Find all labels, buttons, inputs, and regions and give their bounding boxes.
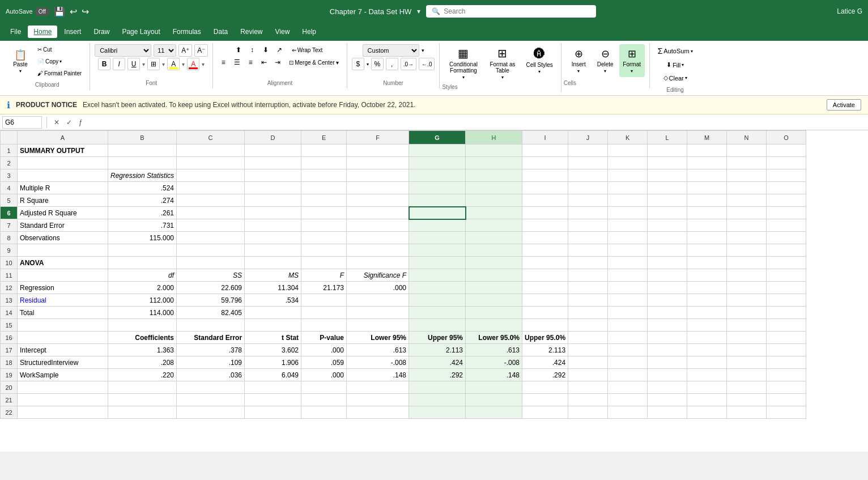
cancel-formula-button[interactable]: ✕ <box>52 117 62 128</box>
row-header-18[interactable]: 18 <box>1 356 18 369</box>
cell-H2[interactable] <box>466 157 522 169</box>
borders-dropdown[interactable]: ▾ <box>162 61 165 67</box>
cell-O19[interactable] <box>767 369 806 381</box>
decrease-font-btn[interactable]: A⁻ <box>194 44 208 57</box>
formula-input[interactable] <box>87 118 866 126</box>
font-size-select[interactable]: 11 10 12 14 <box>154 44 176 57</box>
cut-button[interactable]: ✂ Cut <box>34 44 85 55</box>
cell-B18[interactable]: .208 <box>108 356 177 369</box>
cell-O3[interactable] <box>767 169 806 182</box>
cell-N7[interactable] <box>727 219 767 232</box>
cell-I16[interactable]: Upper 95.0% <box>522 332 568 344</box>
cell-N22[interactable] <box>727 406 767 419</box>
cell-N6[interactable] <box>727 207 767 219</box>
cell-G11[interactable] <box>409 269 466 282</box>
cell-A10[interactable]: ANOVA <box>18 257 108 269</box>
cell-H12[interactable] <box>466 282 522 294</box>
cell-B7[interactable]: .731 <box>108 219 177 232</box>
menu-item-home[interactable]: Home <box>28 26 57 38</box>
fill-button[interactable]: ⬇ Fill ▾ <box>663 59 687 71</box>
fill-color-button[interactable]: A <box>167 58 180 70</box>
cell-G6[interactable] <box>409 207 466 219</box>
currency-button[interactable]: $ <box>352 58 364 70</box>
cell-O9[interactable] <box>767 244 806 257</box>
cell-I6[interactable] <box>522 207 568 219</box>
cell-A7[interactable]: Standard Error <box>18 219 108 232</box>
cell-J15[interactable] <box>568 319 608 332</box>
clear-button[interactable]: ◇ Clear ▾ <box>660 72 691 84</box>
cell-A3[interactable] <box>18 169 108 182</box>
cell-F12[interactable]: .000 <box>347 282 409 294</box>
cell-G16[interactable]: Upper 95% <box>409 332 466 344</box>
cell-I13[interactable] <box>522 294 568 307</box>
cell-O6[interactable] <box>767 207 806 219</box>
col-header-H[interactable]: H <box>466 131 522 145</box>
cell-C19[interactable]: .036 <box>177 369 245 381</box>
cell-N13[interactable] <box>727 294 767 307</box>
cell-H16[interactable]: Lower 95.0% <box>466 332 522 344</box>
cell-E17[interactable]: .000 <box>301 344 347 356</box>
cell-L11[interactable] <box>648 269 687 282</box>
insert-button[interactable]: ⊕ Insert ▾ <box>566 44 592 77</box>
cell-A19[interactable]: WorkSample <box>18 369 108 381</box>
cell-E13[interactable] <box>301 294 347 307</box>
percent-button[interactable]: % <box>371 58 384 70</box>
cell-F13[interactable] <box>347 294 409 307</box>
cell-O22[interactable] <box>767 406 806 419</box>
cell-M6[interactable] <box>687 207 727 219</box>
cell-B14[interactable]: 114.000 <box>108 307 177 319</box>
cell-O8[interactable] <box>767 232 806 244</box>
cell-D2[interactable] <box>245 157 301 169</box>
cell-G5[interactable] <box>409 194 466 207</box>
cell-J5[interactable] <box>568 194 608 207</box>
cell-I18[interactable]: .424 <box>522 356 568 369</box>
cell-E6[interactable] <box>301 207 347 219</box>
cell-L21[interactable] <box>648 394 687 406</box>
col-header-L[interactable]: L <box>648 131 687 145</box>
cell-L1[interactable] <box>648 145 687 157</box>
cell-I5[interactable] <box>522 194 568 207</box>
cell-D12[interactable]: 11.304 <box>245 282 301 294</box>
cell-D11[interactable]: MS <box>245 269 301 282</box>
cell-C16[interactable]: Standard Error <box>177 332 245 344</box>
row-header-5[interactable]: 5 <box>1 194 18 207</box>
cell-K20[interactable] <box>608 381 648 394</box>
cell-F21[interactable] <box>347 394 409 406</box>
cell-C12[interactable]: 22.609 <box>177 282 245 294</box>
cell-L8[interactable] <box>648 232 687 244</box>
cell-I4[interactable] <box>522 182 568 194</box>
cell-O14[interactable] <box>767 307 806 319</box>
cell-E14[interactable] <box>301 307 347 319</box>
cell-O4[interactable] <box>767 182 806 194</box>
cell-A6[interactable]: Adjusted R Square <box>18 207 108 219</box>
cell-N9[interactable] <box>727 244 767 257</box>
cell-G7[interactable] <box>409 219 466 232</box>
search-bar[interactable]: 🔍 <box>426 5 596 18</box>
cell-B10[interactable] <box>108 257 177 269</box>
cell-M7[interactable] <box>687 219 727 232</box>
align-bottom-button[interactable]: ⬇ <box>260 44 271 56</box>
cell-A8[interactable]: Observations <box>18 232 108 244</box>
autosum-button[interactable]: Σ AutoSum ▾ <box>654 44 696 58</box>
menu-item-insert[interactable]: Insert <box>58 26 87 38</box>
cell-G15[interactable] <box>409 319 466 332</box>
cell-L22[interactable] <box>648 406 687 419</box>
align-right-button[interactable]: ≡ <box>245 57 256 68</box>
cell-D3[interactable] <box>245 169 301 182</box>
cell-O17[interactable] <box>767 344 806 356</box>
cell-F6[interactable] <box>347 207 409 219</box>
cell-B1[interactable] <box>108 145 177 157</box>
cell-J12[interactable] <box>568 282 608 294</box>
format-button[interactable]: ⊞ Format ▾ <box>619 44 645 77</box>
italic-button[interactable]: I <box>113 58 125 70</box>
cell-D10[interactable] <box>245 257 301 269</box>
cell-M15[interactable] <box>687 319 727 332</box>
cell-G1[interactable] <box>409 145 466 157</box>
cell-C2[interactable] <box>177 157 245 169</box>
cell-D13[interactable]: .534 <box>245 294 301 307</box>
cell-D20[interactable] <box>245 381 301 394</box>
cell-D18[interactable]: 1.906 <box>245 356 301 369</box>
cell-K5[interactable] <box>608 194 648 207</box>
row-header-12[interactable]: 12 <box>1 282 18 294</box>
cell-A16[interactable] <box>18 332 108 344</box>
